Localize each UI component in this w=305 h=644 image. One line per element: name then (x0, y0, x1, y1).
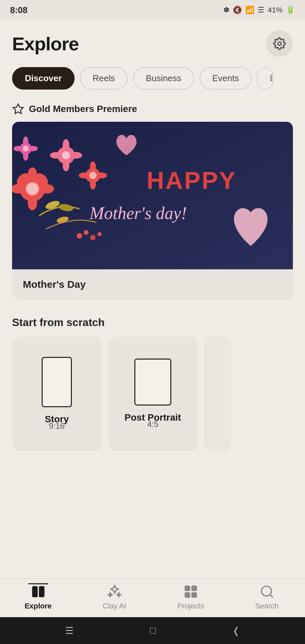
featured-image: HAPPY Mother's day! (12, 122, 293, 269)
svg-point-13 (63, 139, 70, 151)
wifi-icon: 📶 (245, 6, 254, 14)
scratch-section-title: Start from scratch (12, 316, 293, 329)
svg-text:HAPPY: HAPPY (147, 167, 237, 194)
gold-section: Gold Members Premiere (0, 96, 305, 313)
gold-section-title: Gold Members Premiere (29, 104, 137, 114)
signal-icon: ☰ (258, 6, 264, 14)
page-title: Explore (12, 33, 79, 55)
battery-percent: 41% (268, 6, 282, 14)
nav-item-explore[interactable]: Explore (18, 584, 58, 610)
tab-reels[interactable]: Reels (80, 67, 128, 90)
svg-point-36 (98, 232, 102, 236)
header: Explore (0, 20, 305, 64)
svg-point-5 (28, 167, 37, 182)
svg-point-16 (70, 152, 82, 159)
svg-rect-43 (184, 592, 190, 598)
svg-marker-1 (13, 104, 23, 114)
projects-icon (183, 584, 198, 599)
svg-point-31 (96, 172, 107, 178)
tab-discover[interactable]: Discover (12, 67, 75, 90)
svg-rect-2 (12, 122, 293, 269)
svg-point-22 (29, 146, 38, 151)
nav-item-projects[interactable]: Projects (171, 584, 211, 610)
bottom-nav: Explore Clay AI Projects (0, 579, 305, 617)
nav-search-label: Search (255, 602, 279, 610)
svg-point-8 (39, 184, 54, 194)
featured-card-label: Mother's Day (12, 269, 293, 300)
nav-active-indicator (28, 583, 48, 584)
gear-icon (273, 37, 286, 50)
svg-point-21 (14, 146, 23, 151)
svg-point-35 (90, 235, 96, 240)
scratch-card-story[interactable]: Story 9:16 (12, 337, 101, 451)
mute-icon: 🔇 (233, 6, 242, 14)
search-icon (260, 584, 274, 599)
svg-point-17 (62, 151, 70, 159)
svg-point-11 (27, 183, 38, 194)
svg-point-14 (63, 159, 70, 171)
scratch-section: Start from scratch Story 9:16 Post Portr… (0, 313, 305, 458)
svg-point-23 (23, 146, 29, 152)
svg-point-32 (89, 172, 97, 179)
gold-star-icon (12, 103, 24, 115)
scratch-card-partial[interactable] (204, 337, 231, 451)
nav-projects-label: Projects (177, 602, 204, 610)
svg-point-34 (84, 230, 89, 235)
svg-point-20 (23, 151, 29, 161)
bluetooth-icon: ✽ (223, 6, 229, 14)
tab-business[interactable]: Business (133, 67, 194, 90)
svg-point-29 (90, 179, 96, 190)
svg-point-0 (278, 42, 281, 45)
portrait-frame (134, 359, 171, 406)
svg-text:Mother's day!: Mother's day! (89, 204, 187, 223)
filter-tabs: Discover Reels Business Events B (0, 64, 305, 96)
svg-rect-41 (184, 586, 190, 591)
svg-rect-40 (39, 586, 44, 597)
status-bar: 8:08 ✽ 🔇 📶 ☰ 41% 🔋 (0, 0, 305, 20)
settings-button[interactable] (266, 30, 293, 57)
explore-icon (31, 584, 46, 599)
section-header: Gold Members Premiere (12, 103, 293, 115)
menu-button[interactable]: ☰ (65, 625, 74, 636)
device-bottom-bar: ☰ □ ❬ (0, 617, 305, 644)
svg-point-15 (50, 152, 62, 159)
svg-point-33 (77, 233, 82, 238)
nav-item-search[interactable]: Search (247, 584, 287, 610)
tab-more[interactable]: B (257, 67, 273, 90)
back-button[interactable]: ❬ (232, 625, 240, 636)
svg-point-28 (90, 161, 96, 172)
scratch-card-post-portrait[interactable]: Post Portrait 4:5 (108, 337, 198, 451)
svg-rect-42 (191, 586, 197, 591)
home-button[interactable]: □ (150, 625, 156, 636)
nav-item-clay-ai[interactable]: Clay AI (94, 584, 135, 610)
featured-card[interactable]: HAPPY Mother's day! Mother's Day (12, 122, 293, 300)
mothers-day-scene: HAPPY Mother's day! (12, 122, 293, 269)
battery-icon: 🔋 (286, 6, 295, 14)
status-icons: ✽ 🔇 📶 ☰ 41% 🔋 (223, 6, 295, 14)
nav-clay-ai-label: Clay AI (103, 602, 126, 610)
portrait-frame-rect (134, 359, 171, 406)
nav-explore-label: Explore (25, 602, 52, 610)
svg-line-46 (270, 595, 272, 597)
story-frame-rect (42, 357, 72, 407)
svg-rect-44 (191, 592, 197, 598)
svg-point-6 (28, 196, 37, 210)
svg-point-30 (79, 172, 90, 178)
clay-ai-icon (107, 584, 122, 599)
svg-rect-39 (32, 586, 38, 597)
scratch-cards: Story 9:16 Post Portrait 4:5 (12, 337, 293, 451)
status-time: 8:08 (10, 5, 28, 15)
tab-events[interactable]: Events (200, 67, 252, 90)
svg-point-19 (23, 137, 29, 146)
story-frame (42, 357, 72, 407)
